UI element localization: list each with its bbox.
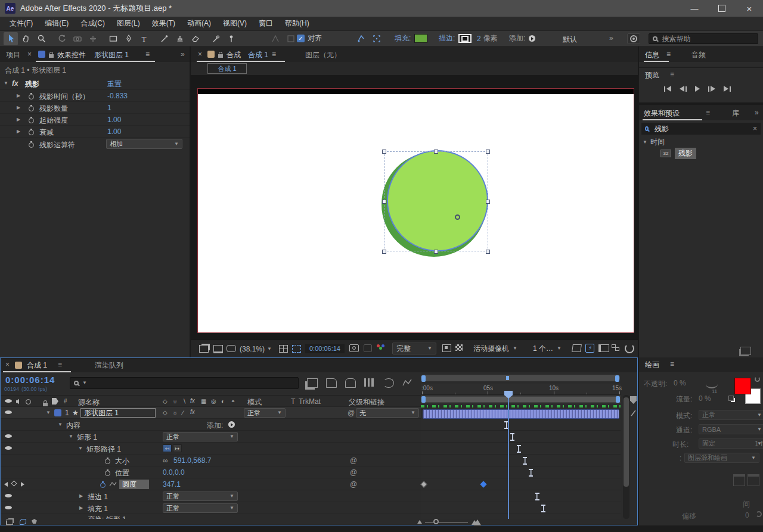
layer-visibility-icon[interactable]	[5, 409, 12, 416]
panel-overflow-icon[interactable]: »	[181, 50, 185, 58]
trkmat-column-header[interactable]: TrkMat	[299, 397, 321, 406]
show-snapshot-icon[interactable]	[364, 344, 372, 352]
prop-value[interactable]: -0.833	[107, 92, 128, 100]
hand-tool-button[interactable]	[19, 32, 33, 45]
clone-preset-icon[interactable]	[748, 474, 759, 486]
prop-value[interactable]: 347.1	[163, 480, 181, 489]
workspace-selector[interactable]: 默认	[563, 35, 577, 45]
reset-offset-icon[interactable]	[756, 511, 762, 517]
zoom-slider-track[interactable]	[425, 522, 468, 523]
always-preview-icon[interactable]	[199, 345, 209, 353]
rectangle-tool-button[interactable]	[106, 32, 120, 45]
comp-mini-tab[interactable]: 合成 1	[207, 63, 247, 74]
play-button[interactable]	[695, 86, 700, 92]
panel-menu-icon[interactable]: ≡	[670, 360, 674, 368]
roto-brush-tool-button[interactable]	[209, 32, 223, 45]
twirl-down-icon[interactable]: ▼	[643, 140, 647, 145]
expander-icon[interactable]: ▶	[17, 105, 20, 110]
selection-handle[interactable]	[382, 200, 386, 204]
prop-value[interactable]: 1.00	[107, 116, 121, 124]
tab-layer-viewer[interactable]: 图层（无）	[305, 50, 341, 60]
scrollbar-thumb[interactable]	[624, 397, 629, 487]
pickwhip-icon[interactable]: @	[348, 409, 355, 417]
effect-name[interactable]: 残影	[25, 79, 39, 89]
local-axis-mode-icon[interactable]	[268, 32, 283, 45]
layer-shy-switch[interactable]: ◇	[163, 409, 168, 416]
time-ruler[interactable]: :00s 05s 10s 15s	[421, 384, 621, 395]
add-menu-icon[interactable]	[529, 35, 535, 42]
zoom-slider-knob[interactable]	[433, 519, 439, 524]
prop-row-contents[interactable]: ▼ 内容 添加:	[1, 419, 421, 431]
grid-guides-icon[interactable]	[279, 345, 288, 353]
duration-dropdown[interactable]: 固定▼	[699, 438, 763, 449]
viewer-timecode[interactable]: 0:00:06:14	[305, 344, 345, 353]
navigator-start-handle[interactable]	[421, 375, 426, 382]
selection-tool-button[interactable]	[4, 32, 18, 45]
clone-preset-icon[interactable]	[733, 474, 745, 486]
selection-handle[interactable]	[486, 200, 490, 204]
timeline-search-box[interactable]: ▼	[70, 377, 299, 389]
parent-dropdown[interactable]: 无▼	[356, 408, 419, 418]
layer-blend-mode-dropdown[interactable]: 正常▼	[244, 408, 286, 418]
frame-blend-icon[interactable]	[364, 378, 374, 387]
brush-tool-button[interactable]	[157, 32, 172, 45]
prop-value[interactable]: 0.0,0.0	[163, 468, 185, 477]
help-search-box[interactable]	[649, 33, 758, 44]
tab-info[interactable]: 信息	[645, 50, 659, 60]
visibility-icon[interactable]	[5, 433, 12, 440]
effect-header-row[interactable]: ▼ fx 残影 重置	[0, 77, 190, 89]
layer-duration-bar[interactable]	[423, 409, 619, 419]
panel-menu-icon[interactable]: ≡	[145, 50, 150, 58]
layer-name[interactable]: 形状图层 1	[80, 408, 156, 418]
menu-help[interactable]: 帮助(H)	[279, 18, 315, 29]
offset-value[interactable]: 0	[745, 511, 749, 519]
menu-file[interactable]: 文件(F)	[4, 18, 39, 29]
prop-value[interactable]: 1	[107, 104, 111, 112]
panel-menu-icon[interactable]: ≡	[670, 70, 674, 79]
zoom-level-dropdown[interactable]: (38.1%)▼	[240, 345, 272, 353]
playhead-line[interactable]	[508, 394, 509, 519]
marker-bin-icon[interactable]	[630, 396, 637, 404]
prop-row-stroke[interactable]: ▶ 描边 1 正常▼	[1, 490, 421, 502]
channel-dropdown[interactable]: RGBA▼	[699, 424, 763, 434]
prop-row-size[interactable]: 大小 ∞ 591.0,568.7 @	[1, 455, 421, 466]
menu-window[interactable]: 窗口	[253, 18, 279, 29]
prop-label-selected[interactable]: 圆度	[119, 480, 149, 489]
pickwhip-icon[interactable]: @	[350, 456, 357, 465]
parent-link-column-header[interactable]: 父级和链接	[349, 397, 384, 407]
selection-bounding-box[interactable]	[384, 151, 488, 251]
view-axis-mode-icon[interactable]	[284, 32, 298, 45]
expander-icon[interactable]: ▶	[17, 117, 20, 122]
next-keyframe-icon[interactable]	[21, 482, 24, 487]
transparency-grid-icon[interactable]	[455, 344, 463, 351]
stopwatch-icon[interactable]	[105, 471, 110, 476]
layer-expander-icon[interactable]: ▼	[46, 410, 51, 415]
pan-behind-tool-button[interactable]	[86, 32, 100, 45]
motion-blur-icon[interactable]	[383, 378, 394, 388]
tab-effects-presets[interactable]: 效果和预设	[644, 108, 680, 119]
tab-timeline-comp[interactable]: 合成 1	[27, 360, 47, 371]
help-search-input[interactable]	[661, 34, 754, 43]
prop-row-position[interactable]: 位置 0.0,0.0 @	[1, 466, 421, 478]
clear-search-icon[interactable]: ×	[753, 125, 757, 133]
stroke-label[interactable]: 描边:	[439, 33, 455, 43]
type-tool-button[interactable]: T	[137, 32, 151, 45]
prop-row-rect[interactable]: ▼ 矩形 1 正常▼	[1, 431, 421, 443]
close-button[interactable]: ×	[736, 0, 763, 17]
pen-gutter-icon[interactable]	[631, 409, 637, 416]
panel-menu-icon[interactable]: ≡	[272, 50, 276, 58]
close-tab-icon[interactable]: ×	[5, 360, 10, 369]
twirl-down-icon[interactable]: ▼	[69, 434, 73, 439]
mini-flowchart-icon[interactable]	[307, 378, 318, 388]
effect-reset-link[interactable]: 重置	[107, 79, 122, 89]
close-tab-icon[interactable]: ×	[27, 50, 32, 58]
fill-label[interactable]: 填充:	[395, 33, 411, 43]
prop-row-path[interactable]: ▼ 矩形路径 1 ↤ ↦	[1, 443, 421, 455]
viewer-canvas-area[interactable]	[191, 75, 638, 340]
prop-label[interactable]: 位置	[115, 468, 129, 478]
menu-composition[interactable]: 合成(C)	[75, 18, 111, 29]
composition-frame[interactable]	[197, 88, 634, 333]
track-rows-area[interactable]	[421, 419, 621, 519]
camera-view-dropdown[interactable]: 活动摄像机▼	[471, 343, 533, 354]
group-label[interactable]: 矩形 1	[77, 433, 97, 443]
